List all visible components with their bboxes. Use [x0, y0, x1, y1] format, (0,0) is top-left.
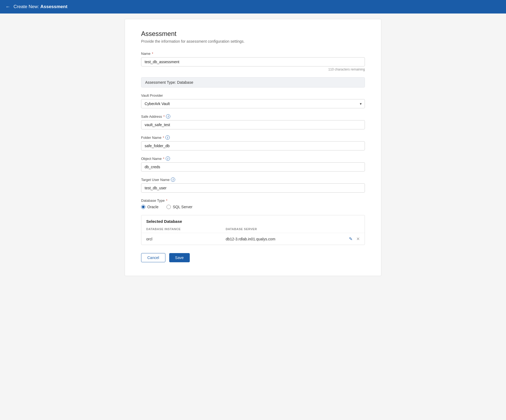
database-type-required: * [166, 199, 167, 203]
delete-icon[interactable]: ✕ [356, 236, 360, 241]
col-instance-header: DATABASE INSTANCE [141, 225, 221, 233]
selected-database-section: Selected Database DATABASE INSTANCE DATA… [141, 215, 365, 245]
edit-icon[interactable]: ✎ [349, 236, 352, 241]
page-title-bar: Create New: Assessment [14, 4, 67, 9]
target-user-info-icon[interactable]: i [171, 177, 175, 182]
radio-oracle-label: Oracle [147, 205, 158, 209]
name-input[interactable] [141, 57, 365, 66]
target-user-label: Target User Name i [141, 177, 365, 182]
folder-name-group: Folder Name * i [141, 135, 365, 150]
title-name: Assessment [40, 4, 67, 9]
vault-provider-group: Vault Provider CyberArk Vault HashiCorp … [141, 93, 365, 108]
db-server-cell: db12-3.rdlab.in01.qualys.com [221, 233, 328, 245]
database-type-group: Database Type * Oracle SQL Server [141, 199, 365, 209]
database-table: DATABASE INSTANCE DATABASE SERVER orcl d… [141, 225, 365, 245]
object-name-label: Object Name * i [141, 156, 365, 161]
form-heading: Assessment [141, 30, 365, 38]
selected-database-title: Selected Database [141, 215, 365, 225]
vault-provider-select[interactable]: CyberArk Vault HashiCorp Vault AWS Secre… [141, 99, 365, 108]
col-server-header: DATABASE SERVER [221, 225, 328, 233]
name-label: Name * [141, 52, 365, 56]
folder-name-required: * [163, 136, 164, 140]
save-button[interactable]: Save [169, 253, 190, 262]
safe-address-group: Safe Address * i [141, 114, 365, 129]
title-prefix: Create New: [14, 4, 40, 9]
safe-address-info-icon[interactable]: i [166, 114, 170, 119]
assessment-type-banner: Assessment Type: Database [141, 77, 365, 88]
object-name-group: Object Name * i [141, 156, 365, 172]
row-actions: ✎ ✕ [332, 236, 360, 241]
radio-sqlserver[interactable]: SQL Server [167, 205, 192, 209]
database-type-label: Database Type * [141, 199, 365, 203]
name-required: * [152, 52, 153, 56]
name-group: Name * 110 characters remaining [141, 52, 365, 71]
database-type-radio-group: Oracle SQL Server [141, 205, 365, 209]
object-name-info-icon[interactable]: i [166, 156, 170, 161]
radio-sqlserver-label: SQL Server [173, 205, 192, 209]
safe-address-required: * [163, 115, 165, 119]
folder-name-input[interactable] [141, 141, 365, 150]
vault-provider-select-wrapper: CyberArk Vault HashiCorp Vault AWS Secre… [141, 99, 365, 108]
chars-remaining: 110 characters remaining [141, 68, 365, 71]
safe-address-input[interactable] [141, 120, 365, 129]
back-button[interactable]: ← [5, 4, 10, 10]
db-instance-cell: orcl [141, 233, 221, 245]
folder-name-label: Folder Name * i [141, 135, 365, 140]
folder-name-info-icon[interactable]: i [165, 135, 170, 140]
cancel-button[interactable]: Cancel [141, 253, 165, 262]
radio-oracle[interactable]: Oracle [141, 205, 158, 209]
form-actions: Cancel Save [141, 253, 365, 262]
radio-oracle-input[interactable] [141, 205, 145, 209]
object-name-input[interactable] [141, 162, 365, 172]
form-subheading: Provide the information for assessment c… [141, 39, 365, 43]
safe-address-label: Safe Address * i [141, 114, 365, 119]
database-table-head: DATABASE INSTANCE DATABASE SERVER [141, 225, 365, 233]
target-user-group: Target User Name i [141, 177, 365, 193]
object-name-required: * [163, 157, 164, 161]
form-container: Assessment Provide the information for a… [125, 19, 381, 276]
top-bar: ← Create New: Assessment [0, 0, 506, 14]
table-row: orcl db12-3.rdlab.in01.qualys.com ✎ ✕ [141, 233, 365, 245]
vault-provider-label: Vault Provider [141, 93, 365, 98]
target-user-input[interactable] [141, 183, 365, 193]
database-table-body: orcl db12-3.rdlab.in01.qualys.com ✎ ✕ [141, 233, 365, 245]
radio-sqlserver-input[interactable] [167, 205, 171, 209]
